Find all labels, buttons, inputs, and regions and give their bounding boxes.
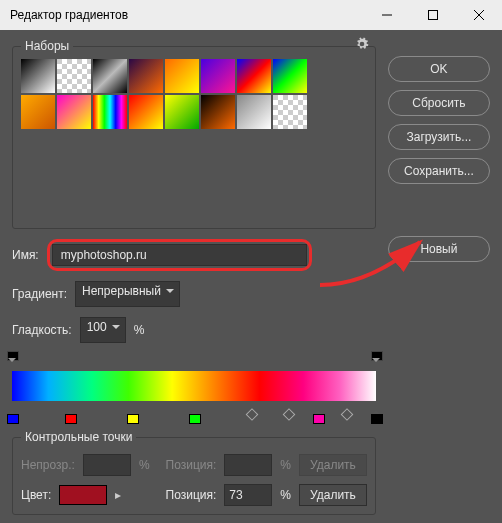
opacity-position-label: Позиция:	[166, 458, 217, 472]
preset-swatch[interactable]	[21, 95, 55, 129]
preset-swatch[interactable]	[201, 95, 235, 129]
svg-rect-0	[429, 11, 438, 20]
presets-label: Наборы	[21, 39, 73, 53]
preset-swatch[interactable]	[21, 59, 55, 93]
preset-swatch[interactable]	[201, 59, 235, 93]
name-row: Имя:	[12, 239, 376, 271]
gradient-editor-window: Редактор градиентов Наборы Имя: Градиент…	[0, 0, 502, 523]
preset-swatch[interactable]	[129, 95, 163, 129]
opacity-stop[interactable]	[7, 351, 17, 361]
gradient-type-select[interactable]: Непрерывный	[75, 281, 180, 307]
ok-button[interactable]: OK	[388, 56, 490, 82]
window-title: Редактор градиентов	[10, 8, 364, 22]
color-stop[interactable]	[7, 411, 17, 421]
preset-swatch[interactable]	[129, 59, 163, 93]
preset-swatch[interactable]	[237, 95, 271, 129]
smoothness-input[interactable]: 100	[80, 317, 126, 343]
stops-fieldset: Контрольные точки Непрозр.: % Позиция: %…	[12, 437, 376, 515]
preset-swatch[interactable]	[273, 95, 307, 129]
midpoint[interactable]	[282, 408, 295, 421]
preset-swatch[interactable]	[57, 59, 91, 93]
close-button[interactable]	[456, 0, 502, 30]
color-stops-row	[12, 407, 376, 421]
smoothness-label: Гладкость:	[12, 323, 72, 337]
color-stop[interactable]	[371, 411, 381, 421]
minimize-button[interactable]	[364, 0, 410, 30]
color-label: Цвет:	[21, 488, 51, 502]
preset-swatch[interactable]	[165, 59, 199, 93]
opacity-label: Непрозр.:	[21, 458, 75, 472]
color-well[interactable]	[59, 485, 107, 505]
preset-swatch[interactable]	[93, 95, 127, 129]
name-label: Имя:	[12, 248, 39, 262]
preset-swatch[interactable]	[165, 95, 199, 129]
presets-fieldset: Наборы	[12, 46, 376, 229]
delete-opacity-stop-button: Удалить	[299, 454, 367, 476]
opacity-stop[interactable]	[371, 351, 381, 361]
opacity-input	[83, 454, 131, 476]
name-input[interactable]	[52, 244, 307, 266]
preset-swatch[interactable]	[273, 59, 307, 93]
color-stop[interactable]	[65, 411, 75, 421]
opacity-position-input	[224, 454, 272, 476]
midpoint[interactable]	[340, 408, 353, 421]
delete-color-stop-button[interactable]: Удалить	[299, 484, 367, 506]
chevron-right-icon[interactable]: ▸	[115, 488, 121, 502]
preset-swatches	[21, 55, 341, 133]
titlebar[interactable]: Редактор градиентов	[0, 0, 502, 30]
midpoint[interactable]	[246, 408, 259, 421]
maximize-button[interactable]	[410, 0, 456, 30]
color-stop[interactable]	[127, 411, 137, 421]
save-button[interactable]: Сохранить...	[388, 158, 490, 184]
reset-button[interactable]: Сбросить	[388, 90, 490, 116]
opacity-stops-row	[12, 351, 376, 365]
color-stop[interactable]	[313, 411, 323, 421]
preset-swatch[interactable]	[57, 95, 91, 129]
load-button[interactable]: Загрузить...	[388, 124, 490, 150]
color-stop[interactable]	[189, 411, 199, 421]
preset-swatch[interactable]	[237, 59, 271, 93]
gradient-bar[interactable]	[12, 371, 376, 401]
stops-label: Контрольные точки	[21, 430, 136, 444]
color-position-label: Позиция:	[166, 488, 217, 502]
gradient-type-label: Градиент:	[12, 287, 67, 301]
preset-swatch[interactable]	[93, 59, 127, 93]
new-button[interactable]: Новый	[388, 236, 490, 262]
percent-label: %	[134, 323, 145, 337]
color-position-input[interactable]	[224, 484, 272, 506]
gear-icon[interactable]	[355, 37, 369, 54]
name-callout	[47, 239, 312, 271]
